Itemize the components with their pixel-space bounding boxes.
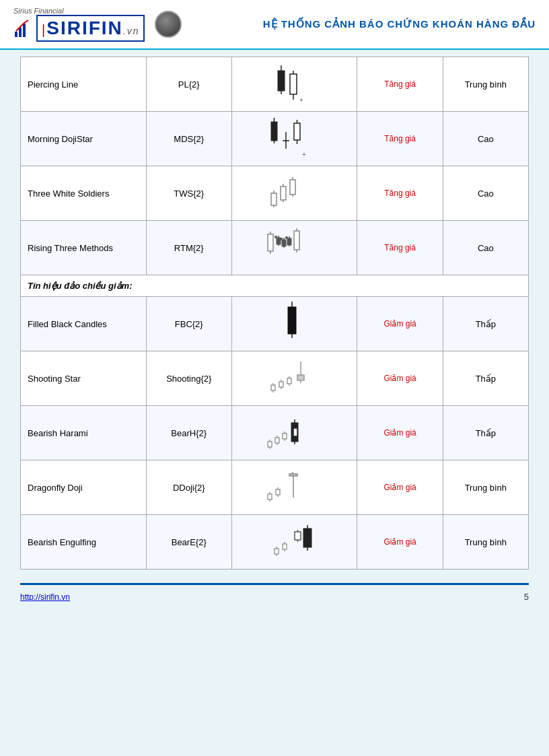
logo-globe-icon [155, 11, 182, 38]
patterns-table: Piercing Line PL{2} + Tăng giá Trung bìn… [20, 57, 529, 570]
svg-rect-77 [268, 494, 272, 500]
pattern-name: Shooting Star [21, 351, 147, 406]
pattern-name: Bearish Engulfing [21, 515, 147, 570]
svg-point-45 [285, 236, 288, 239]
pattern-name: Bearish Harami [21, 406, 147, 460]
pattern-code: BearH{2} [146, 406, 231, 460]
svg-rect-23 [281, 186, 286, 200]
pattern-chart: + [231, 57, 357, 112]
page-footer: http://sirifin.vn 5 [0, 588, 549, 605]
pattern-chart [231, 351, 357, 406]
svg-rect-89 [283, 544, 287, 549]
svg-rect-95 [303, 528, 312, 547]
svg-rect-65 [275, 438, 279, 443]
table-row: Rising Three Methods RTM{2} Tăng giá Cao [21, 221, 529, 275]
pattern-chart [231, 297, 357, 351]
pattern-signal: Giảm giá [357, 515, 443, 570]
svg-point-44 [280, 238, 283, 240]
pattern-signal: Tăng giá [357, 166, 443, 221]
pattern-chart [231, 221, 357, 275]
pattern-code: BearE{2} [146, 515, 231, 570]
pattern-signal: Giảm giá [357, 406, 443, 460]
table-row: Shooting Star Shooting{2} Giảm giá Thấp [21, 351, 529, 406]
svg-rect-50 [271, 385, 275, 390]
company-name: Sirius Financial [13, 7, 64, 15]
svg-rect-80 [276, 489, 280, 495]
svg-point-43 [274, 236, 277, 238]
svg-rect-38 [287, 238, 291, 245]
svg-rect-29 [268, 234, 273, 251]
pattern-chart [231, 166, 357, 221]
pattern-level: Trung bình [443, 57, 528, 112]
pattern-name: Rising Three Methods [21, 221, 147, 275]
pattern-code: Shooting{2} [146, 351, 231, 406]
svg-text:+: + [299, 96, 303, 104]
svg-rect-86 [274, 549, 279, 554]
brand-logo: |SIRIFIN.vn [36, 15, 145, 42]
table-row: Piercing Line PL{2} + Tăng giá Trung bìn… [21, 57, 529, 112]
svg-rect-7 [290, 74, 297, 94]
pattern-chart: + [231, 112, 357, 166]
pattern-name: Morning DojiStar [21, 112, 147, 166]
pattern-code: FBC{2} [146, 297, 231, 351]
pattern-signal: Giảm giá [357, 460, 443, 515]
pattern-chart [231, 460, 357, 515]
table-row: Three White Soldiers TWS{2} Tăng giá Cao [21, 166, 529, 221]
logo-chart-icon [13, 18, 34, 38]
brand-suffix: .vn [123, 26, 140, 36]
section-header-row: Tín hiệu đảo chiều giảm: [21, 275, 529, 297]
page-number: 5 [524, 592, 529, 602]
pattern-code: RTM{2} [146, 221, 231, 275]
pattern-code: DDoji{2} [146, 460, 231, 515]
svg-rect-59 [297, 375, 304, 380]
svg-rect-83 [289, 474, 297, 476]
svg-rect-16 [294, 123, 300, 140]
pattern-signal: Giảm giá [357, 351, 443, 406]
svg-rect-68 [283, 434, 287, 439]
pattern-code: MDS{2} [146, 112, 231, 166]
table-row: Bearish Engulfing BearE{2} Giảm giá Trun… [21, 515, 529, 570]
pattern-chart [231, 515, 357, 570]
svg-rect-74 [293, 428, 297, 436]
svg-rect-1 [19, 28, 22, 37]
svg-rect-0 [15, 32, 17, 37]
pattern-name: Dragonfly Doji [21, 460, 147, 515]
pattern-code: TWS{2} [146, 166, 231, 221]
svg-rect-62 [268, 442, 272, 447]
table-row: Filled Black Candles FBC{2} Giảm giá Thấ… [21, 297, 529, 351]
pattern-level: Trung bình [443, 460, 528, 515]
pattern-name: Piercing Line [21, 57, 147, 112]
svg-rect-92 [295, 532, 301, 540]
svg-rect-35 [282, 240, 286, 246]
section-header-label: Tín hiệu đảo chiều giảm: [21, 275, 529, 297]
svg-rect-56 [287, 378, 291, 384]
pattern-signal: Tăng giá [357, 57, 443, 112]
svg-rect-11 [271, 122, 277, 141]
svg-rect-4 [278, 71, 285, 91]
svg-rect-20 [271, 193, 277, 205]
svg-text:+: + [302, 151, 306, 158]
website-link[interactable]: http://sirifin.vn [20, 592, 70, 602]
svg-rect-2 [23, 24, 26, 37]
footer-divider [20, 583, 529, 585]
table-row: Bearish Harami BearH{2} Giảm giá Thấp [21, 406, 529, 460]
pattern-chart [231, 406, 357, 460]
pattern-name: Three White Soldiers [21, 166, 147, 221]
pattern-level: Cao [443, 221, 528, 275]
svg-rect-41 [294, 231, 299, 250]
svg-rect-47 [288, 307, 296, 334]
tagline: HỆ THỐNG CẢNH BÁO CHỨNG KHOÁN HÀNG ĐẦU [263, 18, 536, 30]
pattern-signal: Giảm giá [357, 297, 443, 351]
table-row: Morning DojiStar MDS{2} + Tăng giá Cao [21, 112, 529, 166]
table-row: Dragonfly Doji DDoji{2} Giảm giá Trung b… [21, 460, 529, 515]
pattern-level: Trung bình [443, 515, 528, 570]
pattern-level: Thấp [443, 351, 528, 406]
pattern-level: Cao [443, 166, 528, 221]
main-content: Piercing Line PL{2} + Tăng giá Trung bìn… [0, 50, 549, 576]
pattern-level: Thấp [443, 297, 528, 351]
svg-rect-26 [290, 180, 295, 195]
pattern-name: Filled Black Candles [21, 297, 147, 351]
page-header: Sirius Financial |SIRIFIN.vn HỆ THỐNG CẢ… [0, 0, 549, 50]
pattern-code: PL{2} [146, 57, 231, 112]
svg-rect-53 [279, 382, 283, 387]
